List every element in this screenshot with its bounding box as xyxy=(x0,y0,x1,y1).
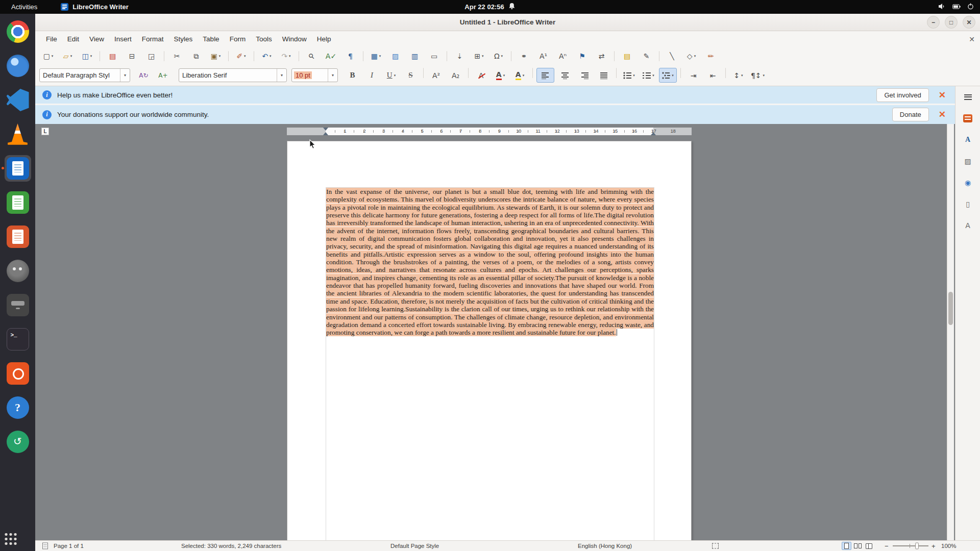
close-icon[interactable]: ✕ xyxy=(939,90,946,101)
insert-text-box[interactable]: ▭ ▾ xyxy=(425,48,443,63)
terminal[interactable] xyxy=(5,326,31,353)
selection-mode-icon[interactable] xyxy=(712,543,719,549)
document-page[interactable]: In the vast expanse of the universe, our… xyxy=(287,141,692,540)
paragraph-style-combobox[interactable]: Default Paragraph Styl ▾ xyxy=(39,68,130,82)
find-and-replace[interactable]: ⚲ ▾ xyxy=(303,48,321,63)
page-deck[interactable]: ▯ xyxy=(960,196,975,212)
menu-item[interactable]: Edit xyxy=(62,33,84,45)
word-count-status[interactable]: Selected: 330 words, 2,249 characters xyxy=(181,543,281,549)
minimize-button[interactable]: − xyxy=(927,16,940,29)
insert-special-character[interactable]: Ω ▾ xyxy=(489,48,507,63)
menu-item[interactable]: Insert xyxy=(109,33,137,45)
underline[interactable]: U ▾ xyxy=(382,68,400,83)
vertical-scrollbar[interactable] xyxy=(947,124,954,540)
font-name-combobox[interactable]: Liberation Serif ▾ xyxy=(179,68,287,82)
vlc[interactable] xyxy=(5,121,31,147)
power-icon[interactable] xyxy=(967,3,974,11)
left-indent-marker[interactable] xyxy=(323,132,328,135)
navigator-deck[interactable]: ◉ xyxy=(960,175,975,190)
subscript[interactable]: A₂ ▾ xyxy=(447,68,464,83)
libreoffice-writer[interactable] xyxy=(5,155,31,182)
menu-item[interactable]: Styles xyxy=(169,33,198,45)
unordered-list[interactable]: ▾ xyxy=(620,68,638,83)
page-style-status[interactable]: Default Page Style xyxy=(390,543,439,549)
font-color[interactable]: A ▾ xyxy=(492,68,509,83)
insert-table[interactable]: ▦ ▾ xyxy=(367,48,385,63)
green-utility[interactable] xyxy=(5,429,31,455)
insert-chart[interactable]: ▥ ▾ xyxy=(406,48,424,63)
files[interactable] xyxy=(5,292,31,318)
close-button[interactable]: ✕ xyxy=(963,16,975,29)
chevron-down-icon[interactable]: ▾ xyxy=(328,69,337,82)
bold[interactable]: B ▾ xyxy=(344,68,361,83)
insert-line[interactable]: ╲ ▾ xyxy=(663,48,681,63)
strikethrough[interactable]: S ▾ xyxy=(402,68,420,83)
update-style[interactable]: A↻ xyxy=(135,68,153,83)
insert-image[interactable]: ▨ ▾ xyxy=(386,48,404,63)
gimp[interactable] xyxy=(5,258,31,284)
save[interactable]: ◫ ▾ xyxy=(78,48,96,63)
book-view-icon[interactable] xyxy=(864,542,874,550)
undo[interactable]: ↶ ▾ xyxy=(258,48,276,63)
menu-item[interactable]: View xyxy=(84,33,109,45)
activities-button[interactable]: Activities xyxy=(8,2,40,12)
libreoffice-calc[interactable] xyxy=(5,189,31,216)
zoom-slider-track[interactable] xyxy=(893,545,928,546)
gallery-deck[interactable]: ▨ xyxy=(960,154,975,169)
chevron-down-icon[interactable]: ▾ xyxy=(120,69,130,82)
clear-formatting[interactable]: A ▾ xyxy=(472,68,490,83)
page-number-status[interactable]: Page 1 of 1 xyxy=(54,543,84,549)
vscode[interactable] xyxy=(5,87,31,113)
zoom-in-button[interactable]: + xyxy=(932,542,936,550)
clock[interactable]: Apr 22 02:56 xyxy=(464,3,504,11)
first-line-indent-marker[interactable] xyxy=(323,128,328,131)
menu-item[interactable]: Format xyxy=(137,33,169,45)
print[interactable]: ⊟ ▾ xyxy=(123,48,141,63)
language-status[interactable]: English (Hong Kong) xyxy=(578,543,632,549)
clone-formatting[interactable]: ✐ ▾ xyxy=(232,48,250,63)
chrome[interactable] xyxy=(5,18,31,45)
paragraph-spacing[interactable]: ¶↕ ▾ xyxy=(749,68,767,83)
right-indent-marker[interactable] xyxy=(651,132,656,135)
open-file[interactable]: ▱ ▾ xyxy=(59,48,77,63)
track-changes[interactable]: ✎ ▾ xyxy=(638,48,655,63)
close-icon[interactable]: ✕ xyxy=(939,109,946,120)
ordered-list[interactable]: ▾ xyxy=(640,68,657,83)
focused-app-indicator[interactable]: LibreOffice Writer xyxy=(61,3,129,11)
font-size-combobox[interactable]: 10 pt ▾ xyxy=(291,68,338,82)
insert-field[interactable]: ⊞ ▾ xyxy=(470,48,488,63)
show-applications-grid-icon[interactable] xyxy=(4,532,18,546)
style-inspector-deck[interactable]: A xyxy=(960,218,975,233)
ubuntu-software[interactable] xyxy=(5,360,31,387)
outline-list[interactable]: ▾ xyxy=(659,68,677,83)
sidebar-settings[interactable] xyxy=(960,89,975,105)
line-spacing[interactable]: ↕ ▾ xyxy=(729,68,747,83)
decrease-indent[interactable]: ⇤ ▾ xyxy=(704,68,722,83)
menu-item[interactable]: Table xyxy=(198,33,224,45)
libreoffice-impress[interactable] xyxy=(5,223,31,250)
single-page-view-icon[interactable] xyxy=(842,542,851,550)
spelling[interactable]: A✓ ▾ xyxy=(322,48,340,63)
scrollbar-thumb[interactable] xyxy=(948,292,953,325)
multi-page-view-icon[interactable] xyxy=(853,542,863,550)
paragraph[interactable]: In the vast expanse of the universe, our… xyxy=(326,188,654,337)
export-pdf[interactable]: ▤ ▾ xyxy=(104,48,121,63)
zoom-out-button[interactable]: − xyxy=(885,542,889,550)
tab-stop-selector[interactable]: L xyxy=(41,128,49,135)
zoom-slider-thumb[interactable] xyxy=(915,543,919,549)
horizontal-ruler[interactable]: 1 2 3 4 5 6 7 8 9 10 11 12 xyxy=(287,128,692,135)
properties-deck[interactable] xyxy=(960,111,975,126)
chevron-down-icon[interactable]: ▾ xyxy=(277,69,286,82)
redo[interactable]: ↷ ▾ xyxy=(277,48,295,63)
close-document-icon[interactable]: ✕ xyxy=(969,35,975,43)
align-right[interactable]: ▾ xyxy=(575,68,593,83)
align-left[interactable]: ▾ xyxy=(536,68,554,83)
align-justified[interactable]: ▾ xyxy=(595,68,612,83)
insert-endnote[interactable]: Aⁿ ▾ xyxy=(554,48,572,63)
menu-item[interactable]: File xyxy=(41,33,62,45)
print-preview[interactable]: ◲ ▾ xyxy=(142,48,160,63)
insert-cross-reference[interactable]: ⇄ ▾ xyxy=(593,48,610,63)
zoom-level[interactable]: 100% xyxy=(941,543,956,549)
menu-item[interactable]: Form xyxy=(225,33,251,45)
thunderbird[interactable] xyxy=(5,53,31,79)
